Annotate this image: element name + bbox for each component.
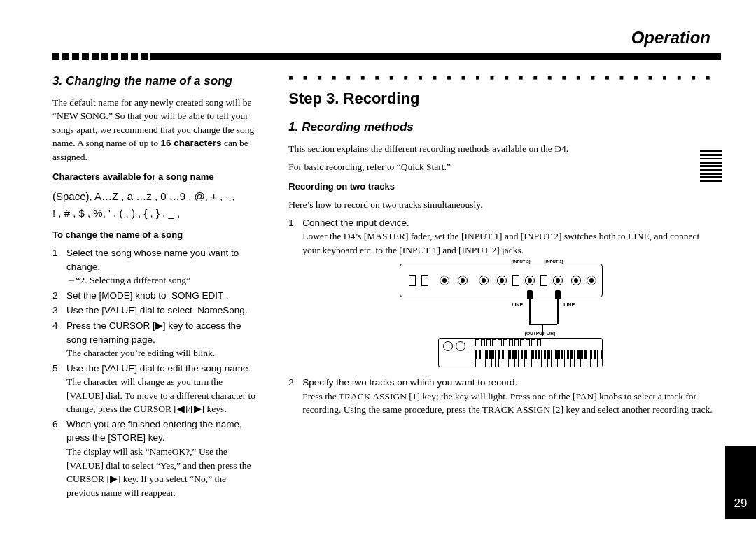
- header-rule: [52, 53, 721, 60]
- step-num: 6: [52, 418, 66, 499]
- step-body: Use the [VALUE] dial to edit the song na…: [66, 362, 259, 416]
- left-column: 3. Changing the name of a song The defau…: [52, 73, 259, 501]
- line-label-2: LINE: [564, 301, 575, 308]
- content-columns: 3. Changing the name of a song The defau…: [52, 73, 721, 501]
- step-num: 2: [52, 289, 66, 303]
- side-seg: [725, 56, 756, 121]
- left-step-4: 4 Press the CURSOR [▶] key to access the…: [52, 319, 259, 360]
- step-lead: Select the song whose name you want to c…: [66, 248, 239, 272]
- step-body: Use the [VALUE] dial to select NameSong.: [66, 304, 259, 318]
- connection-diagram: [INPUT 2] [INPUT 1] LINE: [400, 264, 603, 367]
- step-lead: Use the [VALUE] dial to edit the song na…: [66, 363, 251, 374]
- side-seg: [725, 251, 756, 316]
- intro-text: The default name for any newly created s…: [52, 96, 259, 164]
- step-heading: Step 3. Recording: [288, 87, 714, 110]
- step-detail: The character will change as you turn th…: [66, 375, 259, 416]
- side-seg: [725, 315, 756, 381]
- step-body: Select the song whose name you want to c…: [66, 246, 259, 287]
- intro1: This section explains the different reco…: [288, 142, 714, 156]
- step-body: Press the CURSOR [▶] key to access the s…: [66, 319, 259, 360]
- step-detail: Lower the D4’s [MASTER] fader, set the […: [302, 229, 714, 257]
- step-detail: Press the TRACK ASSIGN [1] key; the key …: [302, 390, 714, 417]
- char-list-line2: ! , # , $ , %, ' , ( , ) , { , } , _ ,: [52, 205, 259, 222]
- step-detail: The character you’re editing will blink.: [66, 346, 259, 360]
- dots-row: ■ ■ ■ ■ ■ ■ ■ ■ ■ ■ ■ ■ ■ ■ ■ ■ ■ ■ ■ ■ …: [288, 73, 714, 83]
- step-lead: Set the [MODE] knob to SONG EDIT .: [66, 290, 229, 301]
- step-num: 1: [52, 246, 66, 287]
- left-step-1: 1 Select the song whose name you want to…: [52, 246, 259, 287]
- recording-two-tracks-label: Recording on two tracks: [288, 180, 714, 194]
- howto-label: To change the name of a song: [52, 229, 259, 242]
- step-body: Connect the input device. Lower the D4’s…: [302, 216, 714, 257]
- chars-available-label: Characters available for a song name: [52, 171, 259, 184]
- d4-rear-panel: [INPUT 2] [INPUT 1]: [400, 264, 603, 297]
- intro2: For basic recording, refer to “Quick Sta…: [288, 160, 714, 174]
- step-num: 4: [52, 319, 66, 360]
- step-detail: The display will ask “NameOK?,” Use the …: [66, 445, 259, 499]
- sub-intro: Here’s how to record on two tracks simul…: [288, 198, 714, 212]
- section-title-right: 1. Recording methods: [288, 119, 714, 136]
- output-label: [OUTPUT L/R]: [525, 330, 555, 336]
- input2-label: [INPUT 2]: [512, 259, 531, 265]
- step-num: 3: [52, 304, 66, 318]
- step-num: 1: [288, 216, 302, 257]
- step-lead: Use the [VALUE] dial to select NameSong.: [66, 305, 248, 315]
- step-body: Set the [MODE] knob to SONG EDIT .: [66, 289, 259, 303]
- step-detail: →“2. Selecting a different song”: [66, 273, 259, 287]
- side-seg: [725, 186, 756, 251]
- step-lead: When you are ﬁnished entering the name, …: [66, 419, 242, 443]
- step-num: 2: [288, 376, 302, 417]
- section-title-left: 3. Changing the name of a song: [52, 73, 259, 90]
- keyboard-diagram: [438, 338, 603, 367]
- step-lead: Connect the input device.: [302, 218, 409, 228]
- line-label-1: LINE: [512, 301, 523, 308]
- right-column: ■ ■ ■ ■ ■ ■ ■ ■ ■ ■ ■ ■ ■ ■ ■ ■ ■ ■ ■ ■ …: [288, 73, 721, 501]
- left-step-2: 2 Set the [MODE] knob to SONG EDIT .: [52, 289, 259, 303]
- side-seg: [725, 381, 756, 446]
- step-lead: Specify the two tracks on which you want…: [302, 377, 517, 388]
- page-header: Operation: [52, 28, 721, 48]
- input1-label: [INPUT 1]: [545, 259, 564, 265]
- intro-bold: 16 characters: [160, 138, 221, 148]
- step-body: Specify the two tracks on which you want…: [302, 376, 714, 417]
- step-lead: Press the CURSOR [▶] key to access the s…: [66, 320, 241, 345]
- left-step-6: 6 When you are ﬁnished entering the name…: [52, 418, 259, 499]
- thumb-index: [700, 150, 722, 184]
- side-seg: [725, 121, 756, 186]
- step-body: When you are ﬁnished entering the name, …: [66, 418, 259, 499]
- cables: LINE LINE [OUTPUT L/R]: [400, 297, 603, 338]
- right-step-1: 1 Connect the input device. Lower the D4…: [288, 216, 714, 257]
- left-step-5: 5 Use the [VALUE] dial to edit the song …: [52, 362, 259, 416]
- char-list: (Space), A…Z , a …z , 0 …9 , @, + , - , …: [52, 188, 259, 222]
- left-step-3: 3 Use the [VALUE] dial to select NameSon…: [52, 304, 259, 318]
- right-step-2: 2 Specify the two tracks on which you wa…: [288, 376, 714, 417]
- step-num: 5: [52, 362, 66, 416]
- page-number-tab: 29: [725, 446, 756, 519]
- char-list-line1: (Space), A…Z , a …z , 0 …9 , @, + , - ,: [52, 188, 259, 205]
- sidebar-tabs: 29: [725, 56, 756, 519]
